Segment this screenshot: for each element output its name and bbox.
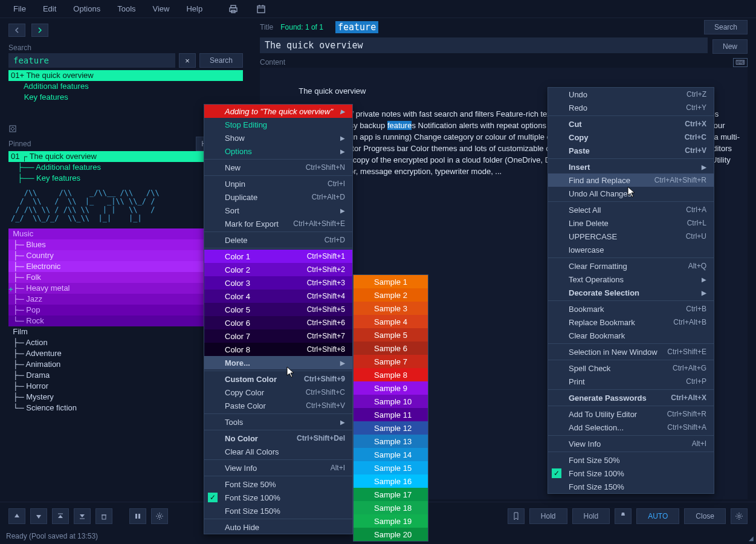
sample-color[interactable]: Sample 9 [354,381,428,395]
sample-color[interactable]: Sample 4 [354,315,428,328]
menu-help[interactable]: Help [179,2,210,16]
sample-color[interactable]: Sample 13 [354,435,428,448]
sample-color[interactable]: Sample 15 [354,461,428,474]
settings-icon-2[interactable] [731,508,748,524]
menu-item[interactable]: Auto Hide [204,520,352,534]
menu-item[interactable]: Tools▶ [204,415,352,429]
menu-item[interactable]: BookmarkCtrl+B [548,302,714,316]
title-input[interactable] [260,37,708,53]
menu-item[interactable]: PasteCtrl+V [548,144,714,157]
color-option[interactable]: Color 5Ctrl+Shift+5 [204,303,352,316]
trash-icon[interactable] [95,508,112,524]
sample-color[interactable]: Sample 16 [354,474,428,488]
menu-item[interactable]: Font Size 50% [548,453,714,467]
menu-item[interactable]: Selection in New WindowCtrl+Shift+E [548,345,714,358]
keyboard-icon[interactable]: ⌨ [733,58,748,67]
search-button[interactable]: Search [199,53,243,68]
menu-item[interactable]: Custom ColorCtrl+Shift+9 [204,372,352,386]
sample-color[interactable]: Sample 1 [354,275,428,288]
menu-item[interactable]: CutCtrl+X [548,117,714,131]
menu-item[interactable]: Line DeleteCtrl+L [548,216,714,230]
add-category-icon[interactable]: + [8,285,13,294]
clear-search-button[interactable]: × [179,53,196,68]
tree-row[interactable]: Key features [8,92,243,103]
columns-icon[interactable] [129,508,146,524]
sample-color[interactable]: Sample 7 [354,355,428,368]
menu-item[interactable]: Font Size 50% [204,478,352,491]
tree-row[interactable]: Additional features [8,81,243,92]
color-option[interactable]: Color 1Ctrl+Shift+1 [204,250,352,263]
menu-tools[interactable]: Tools [110,2,143,16]
menu-item[interactable]: Spell CheckCtrl+Alt+G [548,361,714,375]
hold-button-2[interactable]: Hold [572,508,610,524]
pin-icon[interactable] [615,508,632,524]
print-icon[interactable] [227,2,240,16]
menu-item[interactable]: Find and ReplaceCtrl+Alt+Shift+R [548,173,714,187]
menu-item[interactable]: Font Size 150% [548,480,714,493]
sample-color[interactable]: Sample 19 [354,514,428,528]
nav-forward-button[interactable] [31,24,48,37]
menu-item[interactable]: CopyCtrl+C [548,131,714,144]
menu-item[interactable]: View InfoAlt+I [548,437,714,450]
sample-color[interactable]: Sample 17 [354,488,428,501]
menu-item[interactable]: Clear All Colors [204,445,352,458]
hold-button-1[interactable]: Hold [529,508,567,524]
resize-grip-icon[interactable]: ◢ [749,535,754,542]
menu-file[interactable]: File [6,2,33,16]
sample-color[interactable]: Sample 11 [354,408,428,421]
sample-color[interactable]: Sample 18 [354,501,428,514]
menu-item[interactable]: Sort▶ [204,204,352,217]
menu-item[interactable]: ✓Font Size 100% [204,491,352,504]
menu-item[interactable]: RedoCtrl+Y [548,101,714,114]
sample-color[interactable]: Sample 3 [354,302,428,315]
menu-item[interactable]: Replace BookmarkCtrl+Alt+B [548,316,714,329]
settings-icon[interactable] [151,508,168,524]
menu-item[interactable]: View InfoAlt+I [204,461,352,474]
menu-item[interactable]: Clear FormattingAlt+Q [548,259,714,273]
menu-item[interactable]: PrintCtrl+P [548,375,714,388]
menu-item[interactable]: UndoCtrl+Z [548,88,714,101]
menu-item[interactable]: UPPERCASECtrl+U [548,230,714,243]
sample-color[interactable]: Sample 14 [354,448,428,461]
menu-item[interactable]: No ColorCtrl+Shift+Del [204,432,352,445]
menu-item[interactable]: Insert▶ [548,160,714,173]
nav-back-button[interactable] [8,24,25,37]
color-option[interactable]: Color 8Ctrl+Shift+8 [204,343,352,356]
sample-color[interactable]: Sample 5 [354,328,428,342]
sample-color[interactable]: Sample 8 [354,368,428,381]
menu-item[interactable]: Copy ColorCtrl+Shift+C [204,386,352,399]
menu-item[interactable]: Paste ColorCtrl+Shift+V [204,399,352,412]
menu-item[interactable]: Options▶ [204,144,352,158]
menu-edit[interactable]: Edit [36,2,63,16]
menu-item[interactable]: UnpinCtrl+I [204,177,352,190]
menu-item[interactable]: DeleteCtrl+D [204,233,352,247]
close-button[interactable]: Close [684,508,726,524]
menu-item[interactable]: Add To Utility EditorCtrl+Shift+R [548,407,714,421]
color-option[interactable]: Color 4Ctrl+Shift+4 [204,290,352,303]
sample-color[interactable]: Sample 10 [354,395,428,408]
menu-item[interactable]: DuplicateCtrl+Alt+D [204,190,352,204]
menu-item[interactable]: Add Selection...Ctrl+Shift+A [548,421,714,434]
sort-desc-icon[interactable] [30,508,47,524]
menu-item[interactable]: lowercase [548,243,714,256]
move-top-icon[interactable] [52,508,69,524]
menu-item[interactable]: ✓Font Size 100% [548,467,714,480]
sort-asc-icon[interactable] [8,508,25,524]
menu-item[interactable]: NewCtrl+Shift+N [204,161,352,174]
menu-item[interactable]: Show▶ [204,131,352,144]
new-button[interactable]: New [712,39,748,54]
sample-color[interactable]: Sample 12 [354,421,428,435]
menu-item[interactable]: Clear Bookmark [548,329,714,342]
menu-item[interactable]: Mark for ExportCtrl+Alt+Shift+E [204,217,352,230]
auto-button[interactable]: AUTO [636,508,679,524]
color-option[interactable]: Color 2Ctrl+Shift+2 [204,263,352,276]
menu-options[interactable]: Options [66,2,108,16]
move-bottom-icon[interactable] [74,508,91,524]
menu-item[interactable]: Decorate Selection▶ [548,286,714,299]
color-option[interactable]: Color 7Ctrl+Shift+7 [204,329,352,343]
bookmark-icon[interactable] [508,508,525,524]
search-button-right[interactable]: Search [704,20,748,34]
menu-item[interactable]: Undo All Changes [548,187,714,200]
color-option[interactable]: Color 3Ctrl+Shift+3 [204,276,352,290]
sample-color[interactable]: Sample 6 [354,342,428,355]
